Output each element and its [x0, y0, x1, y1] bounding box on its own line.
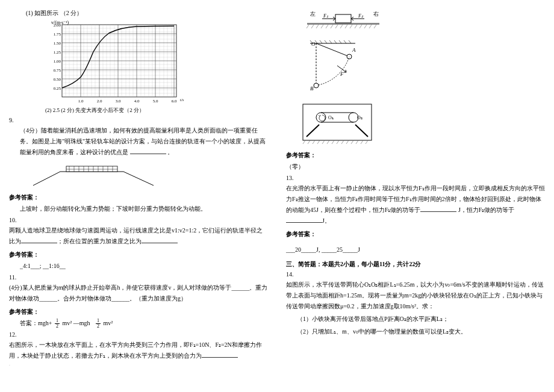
- svg-line-110: [334, 40, 337, 43]
- svg-line-113: [349, 40, 351, 43]
- figure-block-on-table: 左 右 F₁ F₂: [298, 10, 545, 35]
- svg-text:O: O: [311, 41, 316, 47]
- svg-line-145: [366, 140, 368, 144]
- q14-text: 如图所示，水平传送带两轮心O₁O₂相距L₁=6.25m，以大小为v₀=6m/s不…: [286, 279, 545, 312]
- svg-text:0.75: 0.75: [54, 68, 61, 73]
- svg-line-106: [315, 40, 317, 43]
- svg-text:F₂: F₂: [358, 13, 364, 19]
- svg-line-115: [316, 43, 349, 57]
- svg-text:左: 左: [310, 11, 316, 17]
- svg-line-132: [303, 140, 305, 144]
- fraction-half-2: 12: [96, 319, 101, 329]
- svg-text:2.0: 2.0: [97, 99, 102, 104]
- q10-answer: _4:1___; __1:16__: [20, 261, 268, 272]
- svg-text:O₂: O₂: [357, 115, 363, 120]
- q13-answer: ___20_____J, _____25_____J: [286, 244, 545, 255]
- q9-text: （4分）随着能量消耗的迅速增加，如何有效的提高能量利用率是人类所面临的一项重要任…: [20, 125, 268, 158]
- svg-text:右: 右: [373, 11, 379, 17]
- svg-text:3.0: 3.0: [116, 99, 121, 104]
- q12-text: 右图所示，一木块放在水平面上，在水平方向共受到三个力作用，即F₁=10N、F₂=…: [9, 340, 268, 361]
- q8-subline-1: (1) 如图所示 （2 分）: [26, 8, 268, 19]
- svg-text:5.0: 5.0: [153, 99, 158, 104]
- q13-blank2: [286, 217, 322, 223]
- svg-text:F: F: [340, 71, 344, 77]
- svg-line-88: [335, 25, 338, 28]
- svg-text:6.0: 6.0: [172, 99, 177, 104]
- svg-line-140: [341, 140, 344, 144]
- figure-pendulum: O A B F: [298, 39, 545, 96]
- q9-blank: [130, 148, 166, 154]
- svg-text:1.0: 1.0: [78, 99, 84, 104]
- svg-line-83: [311, 25, 314, 28]
- q14-number: 14.: [286, 271, 545, 278]
- q12-answer-label: 参考答案：: [286, 151, 545, 160]
- svg-line-137: [327, 140, 329, 144]
- svg-line-139: [337, 140, 339, 144]
- svg-line-109: [329, 40, 332, 43]
- svg-line-94: [364, 25, 367, 28]
- svg-text:1.25: 1.25: [54, 50, 61, 55]
- q10-text: 两颗人造地球卫星绕地球做匀速圆周运动，运行线速度之比是v1:v2=1:2，它们运…: [9, 225, 268, 247]
- svg-line-92: [355, 25, 357, 28]
- svg-line-111: [339, 40, 341, 43]
- svg-text:1.50: 1.50: [54, 41, 61, 46]
- station-diagram: [33, 163, 154, 190]
- svg-line-136: [322, 140, 325, 144]
- svg-text:B: B: [310, 86, 314, 92]
- q13-text: 在光滑的水平面上有一静止的物体，现以水平恒力F₁作用一段时间后，立即换成相反方向…: [286, 183, 545, 226]
- svg-line-91: [350, 25, 352, 28]
- svg-line-138: [332, 140, 334, 144]
- q13-number: 13.: [286, 175, 545, 181]
- q14-sub2: （2）只增加L₁、m、v₀中的哪一个物理量的数值可以使L₂变大。: [297, 326, 545, 337]
- svg-line-85: [321, 25, 323, 28]
- svg-line-82: [307, 25, 309, 28]
- q11-number: 11.: [9, 274, 268, 281]
- q10-blank1: [21, 237, 57, 243]
- q13-blank1: [420, 206, 456, 212]
- svg-text:O₁: O₁: [328, 115, 334, 120]
- q11-answer: 答案：mgh+ 12 mv² —mgh 12 mv²: [20, 318, 268, 329]
- svg-line-96: [374, 25, 376, 28]
- svg-line-142: [351, 140, 353, 144]
- svg-line-89: [340, 25, 343, 28]
- velocity-time-chart: v/(m·s⁻¹): [45, 21, 184, 114]
- svg-text:1.00: 1.00: [54, 59, 61, 64]
- svg-line-134: [313, 140, 315, 144]
- svg-line-112: [344, 40, 346, 43]
- figure-conveyor: O₁ O₂: [298, 99, 545, 148]
- svg-line-86: [326, 25, 328, 28]
- section-3-title: 三、简答题：本题共2小题，每小题11分，共计22分: [286, 260, 545, 269]
- svg-text:0.50: 0.50: [54, 77, 61, 82]
- q11-answer-label: 参考答案：: [9, 308, 268, 316]
- svg-line-141: [346, 140, 349, 144]
- q9-answer: 上坡时，部分动能转化为重力势能；下坡时部分重力势能转化为动能。: [20, 204, 268, 214]
- q8-caption: (2) 2.5 (2 分) 先变大再变小后不变（2 分）: [45, 107, 184, 114]
- q12-answer: （零）: [286, 161, 545, 172]
- svg-line-135: [317, 140, 320, 144]
- svg-rect-97: [335, 14, 351, 23]
- q10-number: 10.: [9, 217, 268, 223]
- q13-answer-label: 参考答案：: [286, 230, 545, 238]
- svg-line-90: [345, 25, 347, 28]
- q11-text: (4分)某人把质量为m的球从静止开始举高h，并使它获得速度v，则人对球做的功等于…: [9, 282, 268, 304]
- svg-point-117: [314, 83, 319, 88]
- svg-line-107: [320, 40, 322, 43]
- q9-number: 9.: [9, 117, 268, 123]
- svg-line-143: [356, 140, 358, 144]
- svg-line-84: [316, 25, 319, 28]
- svg-text:A: A: [352, 47, 356, 53]
- svg-line-144: [361, 140, 363, 144]
- chart-svg: 2.00 1.75 1.50 1.25 1.00 0.75 0.50 0.25 …: [45, 21, 184, 105]
- svg-line-108: [325, 40, 327, 43]
- left-column: (1) 如图所示 （2 分） v/(m·s⁻¹): [0, 0, 277, 392]
- q12-number: 12.: [9, 331, 268, 338]
- svg-line-95: [369, 25, 372, 28]
- svg-line-93: [359, 25, 362, 28]
- q12-blank: [202, 352, 238, 358]
- svg-text:F₁: F₁: [323, 13, 328, 19]
- svg-text:0.25: 0.25: [54, 86, 61, 91]
- svg-text:t/s: t/s: [180, 98, 184, 102]
- q10-blank2: [142, 237, 178, 243]
- svg-text:4.0: 4.0: [134, 99, 140, 104]
- svg-line-133: [308, 140, 310, 144]
